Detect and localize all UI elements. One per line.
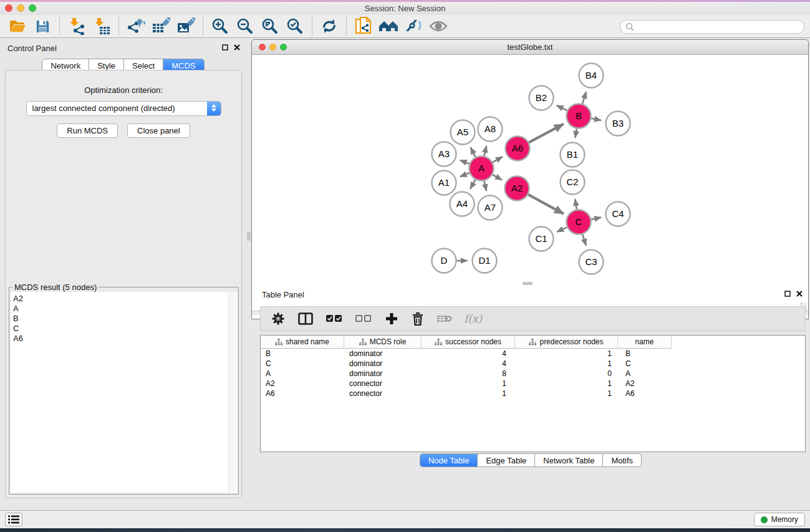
column-header-successor-nodes[interactable]: successor nodes — [422, 336, 515, 349]
cell[interactable]: 1 — [515, 359, 618, 369]
mcds-result-list[interactable]: A2ABCA6 — [11, 292, 237, 493]
zoom-selected-button[interactable] — [282, 16, 307, 36]
table-options-button[interactable] — [270, 309, 286, 329]
cell[interactable]: 0 — [515, 369, 618, 379]
table-row-B[interactable]: Bdominator41B — [261, 349, 805, 359]
edge-A-A3[interactable] — [460, 160, 470, 164]
cell[interactable]: 1 — [515, 389, 618, 399]
deselect-all-button[interactable] — [354, 309, 373, 329]
edge-C-C1[interactable] — [557, 227, 567, 231]
edge-A-A2[interactable] — [493, 175, 502, 180]
import-table-button[interactable] — [89, 16, 114, 36]
cell[interactable]: A6 — [261, 389, 344, 399]
cell[interactable]: dominator — [344, 359, 422, 369]
edge-A6-B[interactable] — [529, 124, 564, 143]
optimization-criterion-dropdown[interactable]: largest connected component (directed) — [26, 101, 221, 116]
cell[interactable]: B — [618, 349, 672, 359]
edge-B-B3[interactable] — [591, 118, 601, 120]
tab-network-table[interactable]: Network Table — [534, 454, 602, 467]
edge-C-C3[interactable] — [582, 235, 586, 246]
node-B3[interactable]: B3 — [606, 112, 630, 136]
cell[interactable]: A6 — [618, 389, 672, 399]
splitter-grip[interactable] — [247, 232, 251, 241]
home-networks-button[interactable] — [376, 16, 401, 36]
close-panel-button[interactable]: Close panel — [127, 123, 190, 138]
float-panel-icon[interactable] — [222, 44, 228, 51]
zoom-fit-button[interactable] — [258, 16, 282, 36]
result-item-C[interactable]: C — [13, 324, 237, 334]
table-row-A[interactable]: Adominator80A — [261, 369, 805, 379]
node-A4[interactable]: A4 — [450, 192, 475, 216]
cell[interactable]: connector — [344, 389, 422, 399]
export-table-button[interactable] — [148, 16, 173, 36]
column-header-predecessor-nodes[interactable]: predecessor nodes — [515, 336, 618, 349]
node-A3[interactable]: A3 — [432, 142, 456, 167]
splitter-grip-horizontal[interactable] — [523, 282, 533, 285]
cell[interactable]: A2 — [261, 379, 344, 389]
close-panel-icon[interactable] — [234, 44, 240, 51]
save-session-button[interactable] — [30, 16, 55, 36]
delete-table-button[interactable] — [436, 309, 453, 329]
cell[interactable]: 4 — [422, 349, 515, 359]
close-table-panel-icon[interactable] — [796, 291, 803, 297]
function-builder-button[interactable]: f(x) — [464, 312, 482, 325]
cell[interactable]: A — [261, 369, 344, 379]
edge-C-C4[interactable] — [591, 218, 601, 220]
refresh-button[interactable] — [317, 16, 342, 36]
node-B1[interactable]: B1 — [561, 143, 585, 167]
open-file-button[interactable] — [5, 16, 30, 36]
cell[interactable]: C — [618, 359, 672, 369]
select-all-button[interactable] — [325, 309, 344, 329]
column-header-name[interactable]: name — [618, 336, 672, 349]
node-C2[interactable]: C2 — [561, 170, 585, 195]
node-B4[interactable]: B4 — [579, 64, 604, 88]
node-A1[interactable]: A1 — [432, 171, 456, 195]
search-field[interactable] — [620, 20, 804, 34]
birds-eye-view-button[interactable] — [426, 16, 451, 36]
tab-motifs[interactable]: Motifs — [602, 454, 641, 467]
export-network-button[interactable] — [123, 16, 148, 36]
cell[interactable]: A2 — [618, 379, 672, 389]
cell[interactable]: B — [261, 349, 344, 359]
cell[interactable]: dominator — [344, 349, 422, 359]
edge-A2-C[interactable] — [528, 195, 564, 214]
edge-A-A1[interactable] — [460, 173, 470, 177]
cell[interactable]: 8 — [422, 369, 515, 379]
node-B[interactable]: B — [567, 104, 591, 128]
cell[interactable]: dominator — [344, 369, 422, 379]
node-A8[interactable]: A8 — [478, 117, 503, 142]
task-history-button[interactable] — [5, 513, 22, 526]
import-network-button[interactable] — [64, 16, 89, 36]
tab-edge-table[interactable]: Edge Table — [477, 454, 534, 467]
edge-A-A4[interactable] — [470, 180, 475, 189]
network-canvas[interactable]: B4B2BB3B1A5A8A6A3AA1A2C2A4A7C4CC1C3DD1 — [252, 55, 808, 315]
node-C4[interactable]: C4 — [606, 202, 630, 226]
node-A2[interactable]: A2 — [505, 177, 529, 201]
cell[interactable]: A — [618, 369, 672, 379]
edge-A-A5[interactable] — [471, 147, 476, 157]
tab-node-table[interactable]: Node Table — [420, 454, 478, 467]
result-item-B[interactable]: B — [13, 314, 237, 324]
node-D1[interactable]: D1 — [473, 249, 497, 273]
show-graphics-details-button[interactable] — [401, 16, 426, 36]
node-A7[interactable]: A7 — [478, 196, 503, 220]
float-table-panel-icon[interactable] — [784, 291, 791, 297]
cell[interactable]: C — [261, 359, 344, 369]
network-window-titlebar[interactable]: testGlobe.txt — [252, 40, 808, 55]
result-item-A2[interactable]: A2 — [13, 294, 237, 304]
column-header-MCDS-role[interactable]: MCDS role — [344, 336, 422, 349]
zoom-in-button[interactable] — [208, 16, 233, 36]
node-D[interactable]: D — [432, 249, 456, 273]
cell[interactable]: 1 — [515, 379, 618, 389]
node-B2[interactable]: B2 — [529, 86, 554, 110]
edge-B-B4[interactable] — [582, 92, 586, 104]
node-A5[interactable]: A5 — [451, 120, 475, 145]
show-column-button[interactable] — [297, 309, 314, 329]
table-row-A6[interactable]: A6connector11A6 — [261, 389, 805, 399]
node-C1[interactable]: C1 — [529, 227, 554, 251]
edge-A-A7[interactable] — [484, 181, 486, 191]
result-scrollbar[interactable] — [228, 293, 236, 492]
cell[interactable]: connector — [344, 379, 422, 389]
edge-C-C2[interactable] — [575, 199, 577, 210]
cell[interactable]: 1 — [515, 349, 618, 359]
